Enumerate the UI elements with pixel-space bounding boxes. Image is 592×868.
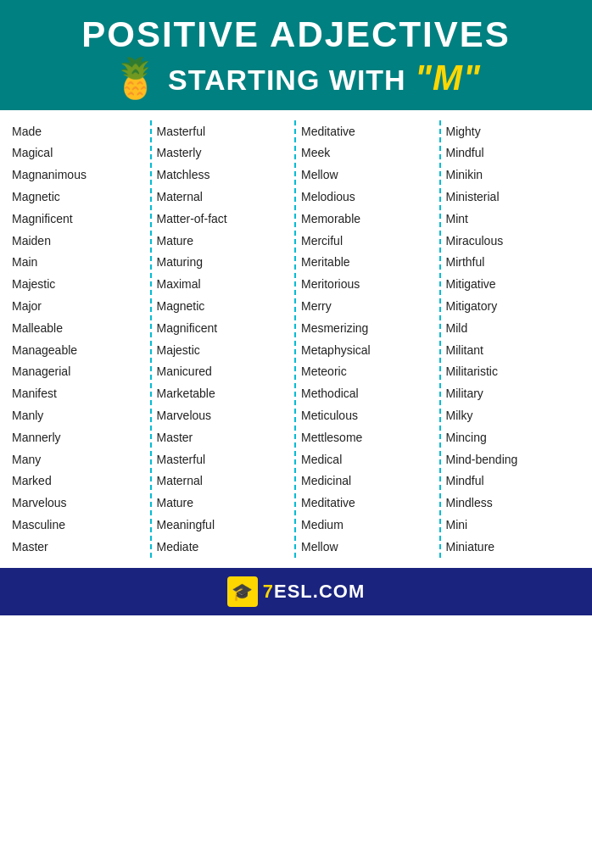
list-item: Manly <box>12 405 145 427</box>
list-item: Meritorious <box>301 274 434 296</box>
list-item: Malleable <box>12 317 145 339</box>
list-item: Master <box>157 426 290 448</box>
header-subtitle-row: 🍍 STARTING WITH "M" <box>17 58 575 98</box>
header: POSITIVE ADJECTIVES 🍍 STARTING WITH "M" <box>0 0 592 110</box>
list-item: Manifest <box>12 383 145 405</box>
list-item: Mannerly <box>12 426 145 448</box>
footer-logo: 🎓 7ESL.COM <box>227 576 365 607</box>
list-item: Masterly <box>157 142 290 164</box>
list-item: Memorable <box>301 208 434 230</box>
list-item: Militant <box>446 339 581 361</box>
list-item: Mitigative <box>446 274 581 296</box>
column-1: MadeMagicalMagnanimousMagneticMagnificen… <box>7 120 152 558</box>
list-item: Medicinal <box>301 470 434 492</box>
list-item: Mindful <box>446 470 581 492</box>
list-item: Mint <box>446 208 581 230</box>
list-item: Manageable <box>12 339 145 361</box>
subtitle-start: STARTING WITH <box>168 64 415 96</box>
list-item: Mighty <box>446 120 581 142</box>
list-item: Metaphysical <box>301 339 434 361</box>
list-item: Mini <box>446 515 581 537</box>
list-item: Ministerial <box>446 186 581 209</box>
list-item: Magnificent <box>157 317 290 339</box>
list-item: Magnificent <box>12 208 145 230</box>
list-item: Masterful <box>157 120 290 142</box>
list-item: Mettlesome <box>301 426 434 448</box>
list-item: Miraculous <box>446 230 581 252</box>
list-item: Marvelous <box>157 405 290 427</box>
list-item: Mature <box>157 492 290 515</box>
list-item: Maternal <box>157 186 290 209</box>
list-item: Made <box>12 120 145 142</box>
list-item: Master <box>12 536 145 558</box>
list-item: Mellow <box>301 164 434 186</box>
list-item: Mirthful <box>446 252 581 274</box>
list-item: Maturing <box>157 252 290 274</box>
list-item: Mindless <box>446 492 581 515</box>
column-3: MeditativeMeekMellowMelodiousMemorableMe… <box>296 120 441 558</box>
list-item: Meditative <box>301 120 434 142</box>
list-item: Magnanimous <box>12 164 145 186</box>
list-item: Meticulous <box>301 405 434 427</box>
list-item: Masterful <box>157 448 290 470</box>
list-item: Matter-of-fact <box>157 208 290 230</box>
footer-logo-icon: 🎓 <box>227 576 258 607</box>
list-item: Merry <box>301 296 434 318</box>
list-item: Majestic <box>12 274 145 296</box>
list-item: Main <box>12 252 145 274</box>
list-item: Mincing <box>446 426 581 448</box>
subtitle-letter: "M" <box>415 61 481 97</box>
list-item: Mellow <box>301 536 434 558</box>
list-item: Majestic <box>157 339 290 361</box>
list-item: Maternal <box>157 470 290 492</box>
list-item: Medium <box>301 515 434 537</box>
list-item: Military <box>446 383 581 405</box>
list-item: Managerial <box>12 361 145 383</box>
header-title: POSITIVE ADJECTIVES <box>17 15 575 54</box>
list-item: Mediate <box>157 536 290 558</box>
list-item: Maiden <box>12 230 145 252</box>
list-item: Melodious <box>301 186 434 209</box>
list-item: Mind-bending <box>446 448 581 470</box>
list-item: Miniature <box>446 536 581 558</box>
list-item: Magnetic <box>157 296 290 318</box>
list-item: Methodical <box>301 383 434 405</box>
list-item: Maximal <box>157 274 290 296</box>
pineapple-icon: 🍍 <box>111 58 159 97</box>
list-item: Many <box>12 448 145 470</box>
list-item: Marvelous <box>12 492 145 515</box>
list-item: Militaristic <box>446 361 581 383</box>
list-item: Mature <box>157 230 290 252</box>
list-item: Matchless <box>157 164 290 186</box>
list-item: Medical <box>301 448 434 470</box>
list-item: Meditative <box>301 492 434 515</box>
list-item: Meteoric <box>301 361 434 383</box>
list-item: Mild <box>446 317 581 339</box>
list-item: Mitigatory <box>446 296 581 318</box>
list-item: Magnetic <box>12 186 145 209</box>
list-item: Mindful <box>446 142 581 164</box>
header-subtitle: STARTING WITH "M" <box>168 58 481 98</box>
list-item: Meaningful <box>157 515 290 537</box>
column-4: MightyMindfulMinikinMinisterialMintMirac… <box>441 120 586 558</box>
footer-brand: 7ESL.COM <box>263 581 365 603</box>
content-area: MadeMagicalMagnanimousMagneticMagnificen… <box>0 110 592 565</box>
columns-grid: MadeMagicalMagnanimousMagneticMagnificen… <box>7 120 585 558</box>
list-item: Meek <box>301 142 434 164</box>
list-item: Minikin <box>446 164 581 186</box>
list-item: Major <box>12 296 145 318</box>
list-item: Magical <box>12 142 145 164</box>
column-2: MasterfulMasterlyMatchlessMaternalMatter… <box>152 120 297 558</box>
list-item: Milky <box>446 405 581 427</box>
list-item: Marketable <box>157 383 290 405</box>
list-item: Meritable <box>301 252 434 274</box>
list-item: Manicured <box>157 361 290 383</box>
footer: 🎓 7ESL.COM <box>0 568 592 615</box>
list-item: Masculine <box>12 515 145 537</box>
list-item: Merciful <box>301 230 434 252</box>
list-item: Marked <box>12 470 145 492</box>
list-item: Mesmerizing <box>301 317 434 339</box>
